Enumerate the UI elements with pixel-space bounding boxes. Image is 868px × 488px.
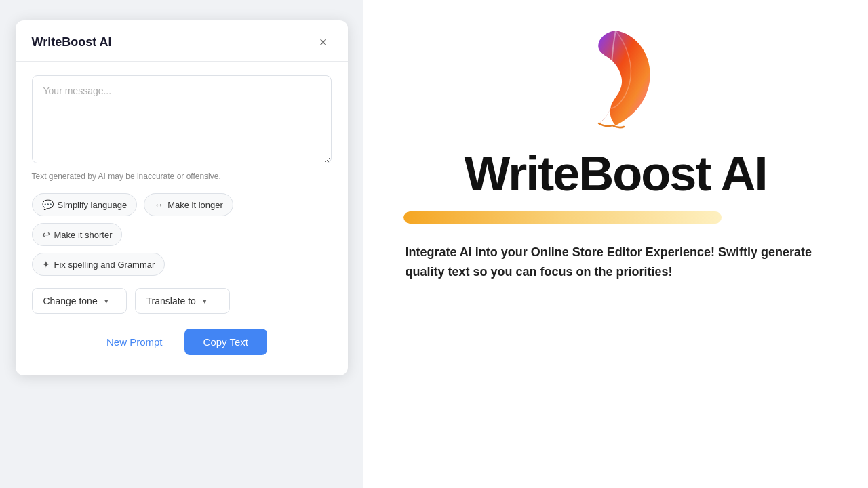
feather-logo-icon (575, 27, 656, 136)
translate-to-label: Translate to (146, 296, 196, 306)
action-row-middle: ↩ Make it shorter (32, 223, 332, 246)
new-prompt-button[interactable]: New Prompt (96, 329, 174, 354)
close-button[interactable]: × (315, 34, 332, 50)
change-tone-label: Change tone (43, 296, 98, 306)
tagline-text: Integrate Ai into your Online Store Edit… (406, 243, 826, 282)
dialog-body: Text generated by AI may be inaccurate o… (16, 62, 348, 314)
simplify-label: Simplify language (58, 200, 127, 210)
shorter-icon: ↩ (42, 229, 50, 240)
message-textarea[interactable] (32, 75, 332, 163)
progress-bar-fill (403, 211, 722, 224)
simplify-language-button[interactable]: 💬 Simplify language (32, 193, 138, 216)
action-row-top: 💬 Simplify language ↔ Make it longer (32, 193, 332, 216)
make-longer-button[interactable]: ↔ Make it longer (144, 193, 233, 216)
left-panel: WriteBoost AI × Text generated by AI may… (0, 0, 363, 488)
brand-title: WriteBoost AI (464, 149, 766, 198)
logo-container (575, 27, 656, 142)
spelling-label: Fix spelling and Grammar (54, 260, 155, 270)
change-tone-chevron-icon: ▾ (104, 297, 108, 306)
action-row-bottom: ✦ Fix spelling and Grammar (32, 253, 332, 276)
right-panel: WriteBoost AI Integrate Ai into your Onl… (363, 0, 868, 488)
make-shorter-button[interactable]: ↩ Make it shorter (32, 223, 123, 246)
fix-spelling-button[interactable]: ✦ Fix spelling and Grammar (32, 253, 165, 276)
translate-to-chevron-icon: ▾ (203, 297, 207, 306)
dialog-header: WriteBoost AI × (16, 20, 348, 62)
dialog-title: WriteBoost AI (32, 35, 112, 49)
longer-icon: ↔ (154, 199, 163, 210)
dialog-box: WriteBoost AI × Text generated by AI may… (16, 20, 348, 375)
disclaimer-text: Text generated by AI may be inaccurate o… (32, 171, 332, 181)
change-tone-dropdown[interactable]: Change tone ▾ (32, 288, 127, 314)
shorter-label: Make it shorter (54, 230, 113, 240)
longer-label: Make it longer (167, 200, 223, 210)
spelling-icon: ✦ (42, 259, 50, 270)
copy-text-button[interactable]: Copy Text (184, 329, 267, 355)
footer-buttons: New Prompt Copy Text (16, 329, 348, 355)
progress-bar-container (403, 211, 827, 224)
simplify-icon: 💬 (42, 199, 54, 210)
dropdown-row: Change tone ▾ Translate to ▾ (32, 288, 332, 314)
action-buttons: 💬 Simplify language ↔ Make it longer ↩ M… (32, 193, 332, 276)
translate-to-dropdown[interactable]: Translate to ▾ (135, 288, 230, 314)
